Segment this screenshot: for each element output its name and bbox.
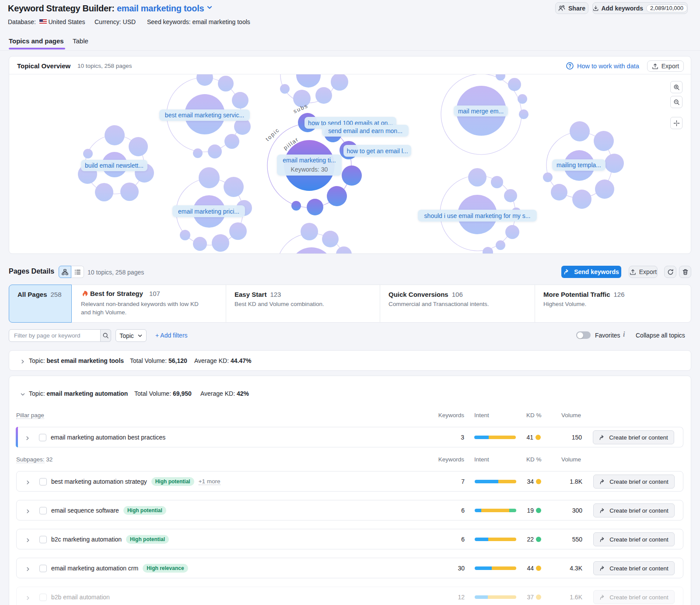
- svg-text:topic: topic: [264, 127, 281, 142]
